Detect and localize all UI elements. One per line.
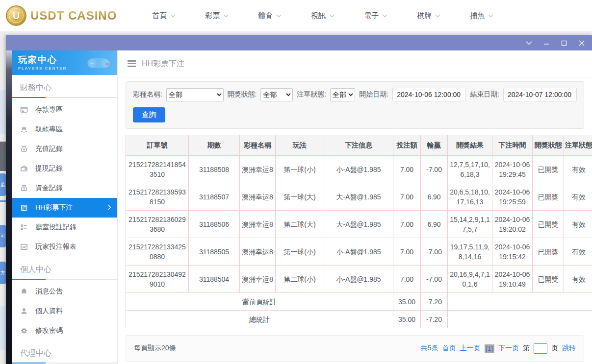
pagination-jump-post: 页 xyxy=(551,344,558,353)
window-collapse-button[interactable] xyxy=(522,38,535,49)
watermark-shape xyxy=(0,142,6,171)
sidebar-item-label: 廳室投註記錄 xyxy=(35,223,77,232)
column-header: 輸贏 xyxy=(421,135,448,156)
nav-item[interactable]: 視訊 xyxy=(311,11,335,21)
pagination: 共5条 首页 上一页 [1] 下一页 第 页 跳转 xyxy=(421,343,576,354)
section-title-finance: 財務中心 xyxy=(12,75,117,97)
sidebar-item-player-bet-report[interactable]: 玩家投注報表 xyxy=(12,237,117,257)
sidebar-item-label: HH彩票下注 xyxy=(35,203,73,212)
nav-item[interactable]: 首頁 xyxy=(152,11,176,21)
minimize-icon xyxy=(543,40,549,46)
table-cell: 31188504 xyxy=(189,266,240,293)
table-cell: 第二球(大) xyxy=(276,211,324,238)
nav-item[interactable]: 體育 xyxy=(258,11,282,21)
page-size-text: 每頁顯示20條 xyxy=(134,344,176,353)
report-chart-icon xyxy=(20,243,28,251)
sidebar-item-hh-lottery-bets[interactable]: HH彩票下注 xyxy=(12,198,117,218)
withdraw-hand-icon xyxy=(20,125,28,134)
pagination-next[interactable]: 下一页 xyxy=(498,344,519,353)
sidebar-item-withdrawal-record[interactable]: 提現記錄 xyxy=(12,159,117,178)
summary-label: 當前頁統計 xyxy=(126,293,393,311)
column-header: 投注額 xyxy=(393,135,421,156)
sidebar-item-funds-record[interactable]: 資金記錄 xyxy=(12,178,117,198)
lottery-ledger-icon xyxy=(20,204,28,212)
summary-winloss-total: -7.20 xyxy=(421,293,448,311)
watermark-soft-shape xyxy=(0,306,6,350)
pagination-first[interactable]: 首页 xyxy=(442,344,456,353)
window-body: 玩家中心 PLAYERS CENTER 財務中心 存款專區 取 xyxy=(6,50,592,364)
bell-icon xyxy=(20,288,28,296)
table-cell: 有效 xyxy=(564,211,592,238)
sidebar-header: 玩家中心 PLAYERS CENTER xyxy=(12,50,117,75)
nav-item[interactable]: 捕魚 xyxy=(470,11,493,21)
sidebar-item-withdraw[interactable]: 取款專區 xyxy=(12,120,117,139)
chevron-down-icon xyxy=(488,14,493,18)
gear-icon xyxy=(20,327,28,335)
column-header: 玩法 xyxy=(276,135,324,156)
pagination-prev[interactable]: 上一页 xyxy=(460,344,481,353)
sidebar-item-room-bet-record[interactable]: 廳室投註記錄 xyxy=(12,218,117,237)
nav-item[interactable]: 棋牌 xyxy=(417,11,440,21)
table-cell: 第一球(小) xyxy=(276,238,324,266)
hamburger-menu-icon[interactable] xyxy=(128,60,136,67)
summary-body: 當前頁統計 35.00 -7.20 總統計 35.00 -7.20 xyxy=(126,293,592,328)
sidebar-item-profile[interactable]: 個人資料 xyxy=(12,301,117,321)
table-cell: 20,6,5,18,10,17,16,13 xyxy=(448,183,492,211)
main-nav: 首頁彩票體育視訊電子棋牌捕魚 xyxy=(152,11,493,21)
nav-item-label: 彩票 xyxy=(205,11,220,21)
grand-total-summary-row: 總統計 35.00 -7.20 xyxy=(126,311,592,328)
table-cell: 7.00 xyxy=(393,266,421,293)
summary-empty-cell xyxy=(448,293,592,311)
window-maximize-button[interactable] xyxy=(558,38,570,49)
window-close-button[interactable] xyxy=(575,38,588,49)
sidebar-item-change-password[interactable]: 修改密碼 xyxy=(12,321,117,340)
watermark-line xyxy=(0,200,6,202)
end-date-input[interactable] xyxy=(503,88,577,101)
page-jump-input[interactable] xyxy=(534,343,547,354)
sidebar-item-label: 修改密碼 xyxy=(35,326,63,335)
draw-status-select[interactable]: 全部 xyxy=(260,88,293,101)
nav-item[interactable]: 彩票 xyxy=(205,11,229,21)
watermark-badge: 方 xyxy=(0,262,6,284)
funds-pouch-icon xyxy=(20,184,28,193)
table-cell: 有效 xyxy=(564,266,592,293)
table-cell: 已開獎 xyxy=(533,156,564,183)
order-status-label: 注單狀態: xyxy=(297,90,326,99)
pagination-jump-pre: 第 xyxy=(523,344,530,353)
site-topbar: U USDT CASINO 首頁彩票體育視訊電子棋牌捕魚 xyxy=(0,0,592,31)
nav-item[interactable]: 電子 xyxy=(364,11,387,21)
pagination-jump-button[interactable]: 跳转 xyxy=(562,344,576,353)
sidebar-item-label: 充值記錄 xyxy=(35,145,63,153)
chevron-down-icon xyxy=(526,41,532,45)
table-cell: 31188507 xyxy=(189,183,240,211)
table-cell: 2024-10-06 19:29:45 xyxy=(492,156,533,183)
bet-table-wrap: 訂單號期數彩種名稱玩法下注信息投注額輸贏開獎結果下注時間開獎狀態注單狀態 215… xyxy=(126,135,584,328)
table-cell: 澳洲幸运8 xyxy=(240,183,276,211)
sidebar-item-recharge-record[interactable]: 充值記錄 xyxy=(12,139,117,159)
table-cell: 已開獎 xyxy=(533,266,564,293)
window-minimize-button[interactable] xyxy=(540,38,553,49)
table-row: 215217282141854351031188508澳洲幸运8第一球(小)小-… xyxy=(126,156,592,183)
close-icon xyxy=(579,40,585,46)
window-titlebar xyxy=(6,35,592,50)
column-header: 訂單號 xyxy=(126,135,189,156)
window-left-frame xyxy=(6,50,12,364)
table-cell: 2152172821395938150 xyxy=(126,183,189,211)
table-row: 215217282133425088031188505澳洲幸运8第一球(小)小-… xyxy=(126,238,592,266)
start-date-input[interactable] xyxy=(392,88,466,101)
lottery-name-select[interactable]: 全部 xyxy=(166,88,224,101)
sidebar-item-deposit[interactable]: 存款專區 xyxy=(12,100,117,120)
bet-table: 訂單號期數彩種名稱玩法下注信息投注額輸贏開獎結果下注時間開獎狀態注單狀態 215… xyxy=(126,135,592,328)
sidebar-item-announcements[interactable]: 消息公告 xyxy=(12,282,117,301)
summary-bet-total: 35.00 xyxy=(393,293,421,311)
search-button[interactable]: 查詢 xyxy=(133,107,165,122)
order-status-select[interactable]: 全部 xyxy=(330,88,355,101)
nav-item-label: 電子 xyxy=(364,11,379,21)
room-bet-list-icon xyxy=(20,223,28,232)
table-cell: 2024-10-06 19:15:42 xyxy=(492,238,533,266)
gamepad-icon xyxy=(85,54,113,72)
summary-bet-total: 35.00 xyxy=(393,311,421,328)
watermark-badge: 监 xyxy=(0,173,6,196)
site-logo[interactable]: U USDT CASINO xyxy=(6,5,117,26)
start-date-label: 開始日期: xyxy=(359,90,388,99)
